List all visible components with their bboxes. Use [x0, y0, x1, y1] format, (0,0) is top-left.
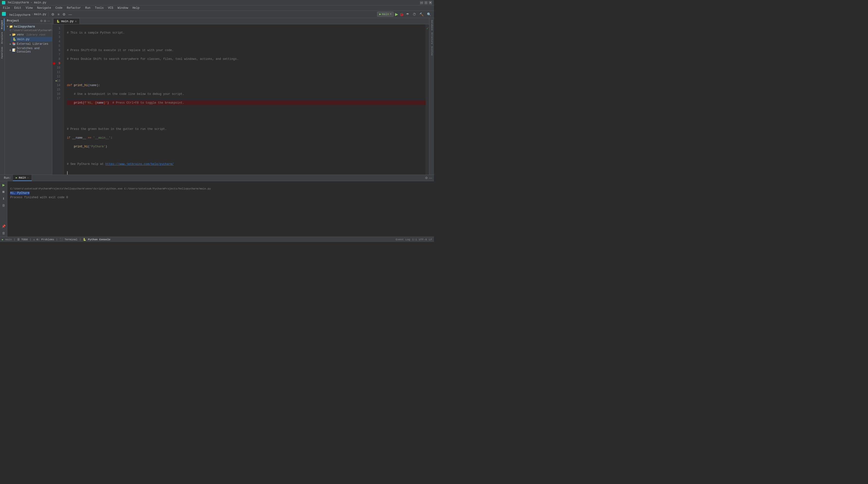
line-num-11: 11 — [52, 70, 62, 74]
status-python-console[interactable]: 🐍 Python Console — [83, 238, 111, 241]
run-output: C:\Users\sotetsuk\PycharmProjects\hellop… — [7, 181, 434, 237]
titlebar: hellopycharm - main.py — □ ✕ — [0, 0, 434, 5]
editor-tab-main-py[interactable]: 🐍 main.py ✕ — [53, 18, 80, 24]
scroll-to-end-button[interactable]: ⬇ — [1, 196, 6, 201]
panel-layout-button[interactable]: ⊞ — [44, 19, 46, 23]
tree-item-external-libraries[interactable]: ▶ 📚 External Libraries — [8, 41, 52, 46]
menu-help[interactable]: Help — [130, 6, 142, 10]
delete-button[interactable]: 🗑 — [1, 230, 6, 236]
code-line-17 — [67, 171, 426, 175]
tab-close-button[interactable]: ✕ — [75, 20, 76, 23]
menu-vcs[interactable]: VCS — [106, 6, 115, 10]
run-tab-label: main — [19, 176, 26, 180]
tree-item-hellopycharm[interactable]: ▼ 📁 hellopycharm — [5, 24, 52, 29]
menu-run[interactable]: Run — [83, 6, 92, 10]
status-terminal[interactable]: ⬛ Terminal — [60, 238, 77, 241]
main-layout: Project Structure Favorites Project ⚙ ⊞ … — [0, 18, 434, 175]
debug-button[interactable]: 🐞 — [400, 12, 404, 16]
panel-minimize-button[interactable]: — — [47, 19, 50, 23]
right-tab-structure[interactable]: Structure — [430, 31, 434, 45]
close-button[interactable]: ✕ — [429, 1, 432, 4]
line-num-6: 6 — [52, 48, 62, 53]
tree-item-scratches[interactable]: ▶ 📝 Scratches and Consoles — [8, 46, 52, 54]
minus-icon[interactable]: — — [68, 12, 73, 17]
code-line-6 — [67, 74, 426, 79]
menu-code[interactable]: Code — [54, 6, 64, 10]
bottom-tab-run[interactable]: ▶ main ✕ — [13, 175, 32, 181]
menu-navigate[interactable]: Navigate — [35, 6, 53, 10]
menu-window[interactable]: Window — [116, 6, 130, 10]
gear-icon[interactable]: ⚙ — [62, 12, 67, 17]
menu-tools[interactable]: Tools — [93, 6, 105, 10]
panel-gear-button[interactable]: ⚙ — [40, 19, 43, 23]
pin-button[interactable]: 📌 — [1, 223, 6, 229]
line-num-1: 1 — [52, 26, 62, 31]
run-label: Run: — [2, 176, 13, 180]
status-problems[interactable]: ⚠ 6: Problems — [33, 238, 54, 241]
status-separator4: | — [80, 238, 81, 241]
file-tree: ▼ 📁 hellopycharm C:\Users\sotetsuk\Pycha… — [5, 24, 52, 175]
maximize-button[interactable]: □ — [424, 1, 428, 4]
project-selector[interactable]: hellopycharm — [2, 12, 30, 17]
menu-view[interactable]: View — [24, 6, 35, 10]
panel-header-actions: ⚙ ⊞ — — [40, 19, 50, 23]
run-tab-close[interactable]: ✕ — [27, 176, 29, 179]
breakpoint-dot — [53, 62, 55, 65]
run-config-arrow: ▼ — [390, 13, 392, 16]
minimize-button[interactable]: — — [420, 1, 423, 4]
file-breadcrumb[interactable]: main.py — [34, 13, 46, 16]
titlebar-title: hellopycharm - main.py — [8, 1, 46, 4]
status-run-label[interactable]: main — [5, 238, 12, 241]
run-config-icon: ▶ — [379, 12, 381, 16]
settings-panel-button[interactable]: ⚙ — [425, 176, 428, 180]
rerun-button[interactable]: ▶ — [1, 182, 6, 187]
status-separator3: | — [56, 238, 58, 241]
status-line-ending: LF — [429, 238, 432, 241]
run-config-label: main — [382, 13, 389, 16]
bottom-panel-header: Run: ▶ main ✕ ⚙ — — [0, 175, 434, 181]
close-panel-button[interactable]: — — [429, 176, 432, 180]
right-tab-database[interactable]: Database — [430, 19, 434, 31]
status-separator: | — [13, 238, 15, 241]
tree-item-venv[interactable]: ▶ 📂 venv library root — [8, 32, 52, 37]
sidebar-tab-project[interactable]: Project — [0, 19, 4, 31]
clear-button[interactable]: 🗑 — [1, 203, 6, 208]
status-event-log[interactable]: Event Log — [396, 238, 410, 241]
line-num-17: 17 — [52, 96, 62, 101]
project-panel-header: Project ⚙ ⊞ — — [5, 18, 52, 24]
bottom-panel-actions: ⚙ — — [425, 176, 432, 180]
sidebar-tab-favorites[interactable]: Favorites — [0, 45, 4, 60]
run-button[interactable]: ▶ — [395, 12, 398, 17]
toolbar-left: hellopycharm › main.py ⚙ ≡ ⚙ — — [2, 12, 73, 17]
status-todo[interactable]: ☰ TODO — [17, 238, 28, 241]
run-output-hi: Hi, PyCharm — [10, 191, 29, 195]
line-num-4: 4 — [52, 39, 62, 44]
tab-file-icon: 🐍 — [56, 20, 60, 23]
tree-expand-ext-icon: ▶ — [10, 42, 11, 46]
stop-button[interactable]: ⏹ — [1, 189, 6, 194]
code-content[interactable]: # This is a sample Python script. # Pres… — [64, 24, 426, 175]
menu-file[interactable]: File — [1, 6, 12, 10]
profile-button[interactable]: ⏱ — [412, 12, 417, 17]
search-everywhere-button[interactable]: 🔍 — [426, 12, 432, 17]
code-editor[interactable]: 1 2 3 4 5 6 7 8 9 10 11 12 ▶ 13 14 — [52, 24, 429, 175]
menu-edit[interactable]: Edit — [12, 6, 23, 10]
sidebar-tab-structure[interactable]: Structure — [0, 31, 4, 46]
code-line-12: # Press the green button in the gutter t… — [67, 127, 426, 131]
settings-icon[interactable]: ⚙ — [50, 12, 56, 17]
titlebar-controls[interactable]: — □ ✕ — [420, 1, 432, 4]
coverage-button[interactable]: ☂ — [405, 12, 410, 17]
editor-tab-bar: 🐍 main.py ✕ — [52, 18, 429, 24]
right-tab-sciview[interactable]: SciView — [430, 45, 434, 56]
list-icon[interactable]: ≡ — [56, 12, 60, 17]
tree-item-main-py[interactable]: 🐍 main.py — [11, 37, 52, 41]
pycharm-logo-icon — [2, 1, 5, 4]
run-config-selector[interactable]: ▶ main ▼ — [377, 12, 394, 17]
menu-refactor[interactable]: Refactor — [65, 6, 83, 10]
code-line-2 — [67, 39, 426, 44]
scratch-icon: 📝 — [12, 49, 16, 52]
hi-pycharm-text: Hi, PyCharm — [10, 191, 29, 195]
build-button[interactable]: 🔨 — [418, 12, 425, 17]
line-num-7: 7 — [52, 53, 62, 57]
status-run-icon[interactable]: ▶ — [2, 238, 3, 241]
